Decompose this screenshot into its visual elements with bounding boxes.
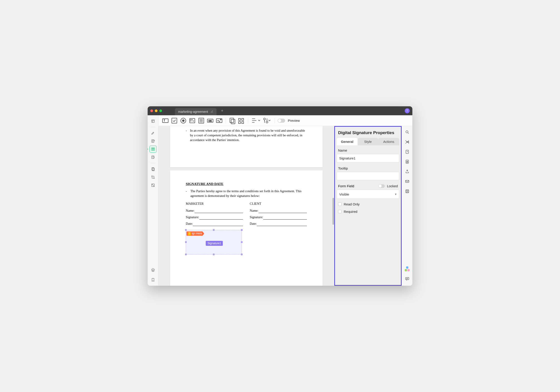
radio-button[interactable]	[180, 117, 187, 125]
section-intro: The Parties hereby agree to the terms an…	[190, 189, 307, 198]
left-sidebar	[148, 115, 158, 286]
tooltip-input[interactable]	[337, 172, 399, 180]
annotate-tool-button[interactable]	[150, 137, 157, 145]
ok-button-field[interactable]: OK	[206, 117, 214, 125]
preview-toggle[interactable]	[278, 119, 285, 123]
tab-style[interactable]: Style	[358, 138, 379, 145]
layers-button[interactable]	[150, 266, 157, 274]
pencil-icon[interactable]	[211, 110, 213, 113]
email-button[interactable]	[404, 178, 410, 184]
svg-text:OK: OK	[209, 119, 212, 122]
svg-rect-19	[231, 119, 235, 124]
dropdown-button[interactable]	[189, 117, 196, 125]
page-previous: - In an event when any provision of this…	[170, 126, 323, 167]
tab-general[interactable]: General	[337, 138, 358, 145]
locked-label: Locked	[387, 184, 398, 188]
signature-field-button[interactable]	[215, 117, 223, 125]
copy-field-button[interactable]	[229, 117, 236, 125]
readonly-checkbox[interactable]	[338, 203, 341, 206]
user-avatar[interactable]: T	[405, 108, 410, 113]
share-button[interactable]	[404, 169, 410, 175]
svg-rect-0	[152, 120, 154, 122]
svg-rect-4	[152, 156, 154, 158]
comment-button[interactable]	[404, 276, 410, 282]
required-label: Required	[344, 210, 357, 214]
document-tab[interactable]: marketing-agreement	[175, 108, 217, 115]
close-window-button[interactable]	[150, 109, 153, 112]
canvas-scrollbar[interactable]	[332, 198, 334, 225]
protect-button[interactable]	[404, 159, 410, 165]
zoom-window-button[interactable]	[159, 109, 162, 112]
compress-button[interactable]	[404, 149, 410, 155]
svg-rect-32	[406, 190, 409, 193]
svg-rect-30	[407, 162, 408, 163]
redact-tool-button[interactable]	[150, 182, 157, 189]
svg-point-24	[264, 118, 265, 120]
resize-handle[interactable]	[241, 254, 242, 255]
svg-point-17	[220, 119, 221, 120]
required-checkbox[interactable]	[338, 210, 341, 213]
resize-handle[interactable]	[185, 254, 187, 255]
tools-button[interactable]	[262, 117, 272, 125]
resize-handle[interactable]	[185, 241, 187, 243]
resize-handle[interactable]	[213, 254, 214, 255]
panel-tabs: General Style Actions	[335, 138, 401, 145]
panel-title: Digital Signature Properties	[335, 127, 401, 138]
svg-rect-23	[242, 122, 244, 124]
svg-point-26	[406, 131, 408, 133]
svg-rect-8	[162, 119, 168, 122]
ai-button[interactable]	[404, 266, 410, 272]
page-signature: SIGNATURE AND DATE - The Parties hereby …	[170, 170, 323, 286]
svg-point-25	[266, 121, 268, 123]
save-button[interactable]	[404, 188, 410, 194]
svg-rect-9	[172, 118, 177, 123]
align-button[interactable]	[251, 117, 261, 125]
tab-title: marketing-agreement	[178, 110, 208, 113]
bookmarks-button[interactable]	[150, 276, 157, 284]
signature-field-selected[interactable]: 1 ign Here Signature1	[186, 230, 242, 255]
sign-here-flag: 1 ign Here	[186, 231, 204, 236]
svg-rect-22	[239, 122, 240, 124]
edit-tool-button[interactable]	[150, 154, 157, 161]
checkbox-button[interactable]	[170, 117, 178, 125]
resize-handle[interactable]	[241, 229, 242, 231]
search-button[interactable]	[404, 129, 410, 135]
preview-label: Preview	[288, 119, 300, 122]
svg-rect-31	[405, 180, 409, 183]
minimize-window-button[interactable]	[155, 109, 158, 112]
window-controls	[150, 109, 162, 112]
readonly-label: Read Only	[344, 202, 360, 206]
marketer-column: MARKETER Name: Signature: Date:	[186, 201, 243, 228]
svg-point-11	[182, 119, 184, 122]
name-label: Name	[335, 145, 401, 154]
tab-actions[interactable]: Actions	[378, 138, 399, 145]
client-column: CLIENT Name: Signature: Date:	[250, 201, 307, 228]
svg-rect-21	[242, 118, 244, 120]
distribute-button[interactable]	[238, 117, 245, 125]
new-tab-button[interactable]: +	[221, 108, 223, 113]
document-canvas[interactable]: - In an event when any provision of this…	[158, 126, 334, 286]
resize-handle[interactable]	[241, 241, 242, 243]
resize-handle[interactable]	[185, 229, 187, 231]
name-input[interactable]: Signature1	[337, 154, 399, 162]
crop-tool-button[interactable]	[150, 174, 157, 181]
text-field-button[interactable]	[161, 117, 169, 125]
section-title: SIGNATURE AND DATE	[186, 182, 307, 186]
thumbnails-button[interactable]	[150, 118, 157, 125]
resize-handle[interactable]	[213, 229, 214, 231]
visibility-select[interactable]: Visible ▾	[337, 190, 399, 199]
svg-text:OCR: OCR	[406, 141, 409, 143]
svg-rect-33	[405, 277, 409, 280]
highlight-tool-button[interactable]	[150, 129, 157, 137]
form-field-label: Form Field	[338, 184, 354, 188]
titlebar: marketing-agreement + T	[148, 106, 412, 115]
ocr-button[interactable]: OCR	[404, 139, 410, 145]
form-tool-button[interactable]	[150, 146, 157, 153]
pages-tool-button[interactable]	[150, 166, 157, 173]
tooltip-label: Tooltip	[335, 163, 401, 172]
locked-toggle[interactable]	[379, 184, 385, 188]
svg-rect-20	[239, 118, 240, 120]
listbox-button[interactable]	[197, 117, 205, 125]
svg-rect-18	[230, 118, 234, 122]
prev-paragraph: In an event when any provision of this A…	[190, 128, 307, 142]
